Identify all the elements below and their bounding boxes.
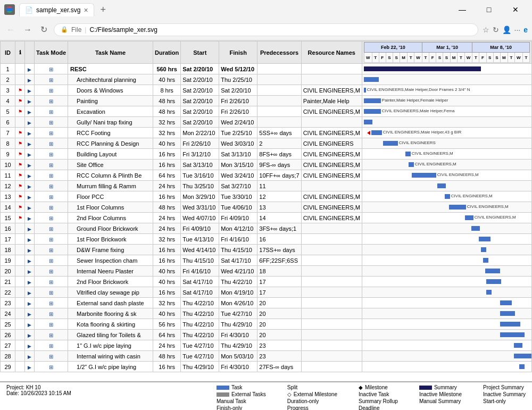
task-icon2: ⊞ [49,162,53,168]
legend-task: Task [217,384,266,390]
cell-taskname: Murrum filling & Ramm [68,181,153,191]
header-finish: Finish [219,41,257,64]
legend-col-1: Task External Tasks Manual Task Finish-o… [217,384,266,410]
cell-mode2: ⊞ [35,308,68,319]
gantt-date-header-2: Mar 1, '10 [422,43,472,53]
gantt-bar [364,120,372,124]
cell-mode2: ⊞ [35,64,68,74]
cell-start: Sat 2/20/10 [181,74,219,85]
header-info: ℹ [15,41,25,64]
gantt-bar [519,364,525,369]
cell-pred: 8FS+∞ days [257,149,301,160]
table-row: 5 ⚑ ▶ ⊞ Excavation 48 hrs Sat 2/20/10 Fr… [1,106,532,117]
cell-resource [301,266,362,277]
cell-start: Thu 4/22/10 [181,330,219,340]
forward-button[interactable]: → [21,23,34,37]
address-input[interactable]: 🔒 File | C:/Files/sample_xer.svg [54,23,478,36]
profile-icon[interactable]: 👤 [502,26,511,34]
cell-duration: 560 hrs [153,64,181,74]
cell-resource [301,330,362,340]
cell-info: ⚑ [15,96,25,106]
table-row: 18 ▶ ⊞ D&W Frame fixing 16 hrs Wed 4/14/… [1,245,532,255]
cell-gantt [362,362,531,372]
cell-mode2: ⊞ [35,202,68,213]
gantt-bar-label: CIVIL ENGINEERS [399,140,436,145]
minimize-button[interactable]: — [450,2,475,18]
cell-taskname: Gully/ Nani trap fixing [68,117,153,128]
cell-duration: 40 hrs [153,308,181,319]
cell-gantt [362,255,531,266]
cell-pred: 13 [257,202,301,213]
cell-taskname: 1st Floor Brickwork [68,234,153,245]
cell-mode1: ▶ [25,255,35,266]
table-row: 17 ▶ ⊞ 1st Floor Brickwork 32 hrs Tue 4/… [1,234,532,245]
cell-info: ⚑ [15,149,25,160]
cell-pred: 23 [257,340,301,351]
task-icon2: ⊞ [49,215,53,221]
cell-id: 22 [1,287,15,298]
browser-tab[interactable]: 📄 sample_xer.svg × [19,3,94,16]
cell-taskname: RCC Planning & Design [68,138,153,149]
more-icon[interactable]: ··· [514,26,521,34]
new-tab-button[interactable]: + [98,4,109,15]
cell-resource: CIVIL ENGINEERS,M [301,149,362,160]
cell-resource [301,245,362,255]
legend-ext-milestone-label: External Milestone [294,391,337,397]
cell-finish: Mon 4/26/10 [219,298,257,308]
cell-start: Thu 3/25/10 [181,181,219,191]
gantt-bar [486,290,492,295]
task-mode-icon: ▶ [28,205,31,211]
cell-gantt [362,245,531,255]
maximize-button[interactable]: □ [477,2,501,18]
content-area: ID ℹ Task Mode Task Name Duration Start … [0,41,532,410]
cell-duration: 24 hrs [153,340,181,351]
cell-pred: 18 [257,266,301,277]
gantt-arrow [367,131,370,135]
task-mode-icon: ▶ [28,248,31,253]
header-duration: Duration [153,41,181,64]
refresh-icon[interactable]: ↻ [493,26,499,34]
red-flag-icon: ⚑ [18,130,22,136]
cell-finish: Sat 2/20/10 [219,85,257,96]
task-mode-icon: ▶ [28,120,31,125]
cell-mode1: ▶ [25,308,35,319]
cell-finish: Mon 4/19/10 [219,287,257,298]
cell-gantt [362,287,531,298]
cell-finish: Thu 4/22/10 [219,277,257,287]
cell-mode2: ⊞ [35,223,68,234]
cell-duration: 16 hrs [153,255,181,266]
red-flag-icon: ⚑ [18,141,22,146]
cell-taskname: RESC [68,64,153,74]
cell-duration: 16 hrs [153,160,181,170]
red-flag-icon: ⚑ [18,88,22,93]
cell-start: Sat 2/20/10 [181,106,219,117]
back-button[interactable]: ← [4,23,17,37]
bookmark-icon[interactable]: ☆ [483,26,489,34]
cell-taskname: Building Layout [68,149,153,160]
gantt-bar [364,98,381,103]
cell-pred: 10FF+∞ days;7 [257,170,301,181]
close-button[interactable]: ✕ [503,2,528,18]
cell-id: 6 [1,117,15,128]
tab-close-button[interactable]: × [84,6,88,14]
table-row: 27 ▶ ⊞ 1" G.I w/c pipe laying 24 hrs Tue… [1,340,532,351]
table-row: 7 ⚑ ▶ ⊞ RCC Footing 32 hrs Mon 2/22/10 T… [1,128,532,138]
cell-finish: Wed 2/24/10 [219,117,257,128]
gantt-bar [514,343,522,348]
cell-resource [301,319,362,330]
task-mode-icon: ▶ [28,290,31,296]
cell-mode1: ▶ [25,149,35,160]
task-icon2: ⊞ [49,141,53,147]
task-mode-icon: ▶ [28,88,31,94]
cell-mode2: ⊞ [35,298,68,308]
task-mode-icon: ▶ [28,67,31,72]
cell-resource [301,287,362,298]
cell-id: 26 [1,330,15,340]
cell-mode1: ▶ [25,181,35,191]
refresh-button[interactable]: ↻ [38,22,49,37]
gantt-bar [409,162,414,167]
cell-pred: 14 [257,213,301,223]
cell-pred: 20 [257,308,301,319]
table-row: 2 ▶ ⊞ Architechtural planning 40 hrs Sat… [1,74,532,85]
cell-mode1: ▶ [25,170,35,181]
